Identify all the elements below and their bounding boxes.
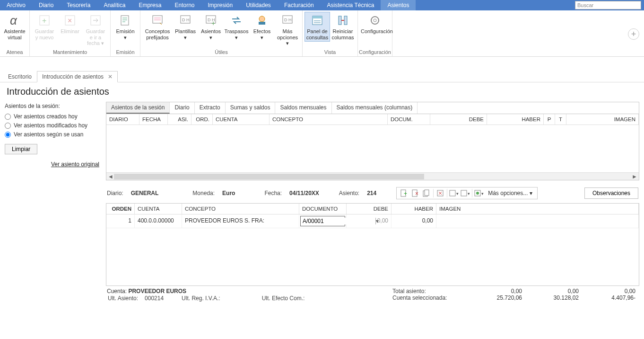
consult-tab-diario[interactable]: Diario <box>170 102 194 114</box>
col-docum[interactable]: DOCUM. <box>388 114 430 125</box>
ribbon-efectos[interactable]: Efectos▾ <box>249 12 275 42</box>
tb-new-icon[interactable]: + <box>399 188 409 198</box>
search-input[interactable]: Buscar <box>575 1 641 9</box>
menu-entorno[interactable]: Entorno <box>168 0 201 10</box>
consult-tab-saldos-col[interactable]: Saldos mensuales (columnas) <box>332 102 418 114</box>
consult-tab-sesion[interactable]: Asientos de la sesión <box>106 102 170 114</box>
svg-text:▾: ▾ <box>468 191 470 196</box>
consult-tab-extracto[interactable]: Extracto <box>195 102 226 114</box>
diario-value: GENERAL <box>131 190 159 196</box>
col-cuenta[interactable]: CUENTA <box>213 114 270 125</box>
add-tab-button[interactable]: + <box>628 28 639 40</box>
ribbon-emision[interactable]: Emisión▾ <box>113 12 138 42</box>
ecol-documento[interactable]: DOCUMENTO <box>299 204 347 214</box>
chevron-down-icon: ▾ <box>209 35 212 40</box>
menu-asientos[interactable]: Asientos <box>381 0 416 10</box>
col-ord[interactable]: ORD. <box>191 114 213 125</box>
ult-asiento-label: Ult. Asiento: <box>108 295 138 302</box>
chevron-down-icon: ▾ <box>101 40 104 46</box>
horizontal-scrollbar[interactable]: ◄ ► <box>106 172 639 180</box>
ver-asiento-original-link[interactable]: Ver asiento original <box>5 161 99 168</box>
col-p[interactable]: P <box>544 114 555 125</box>
radio-creados-hoy[interactable]: Ver asientos creados hoy <box>5 113 99 120</box>
col-concepto[interactable]: CONCEPTO <box>270 114 388 125</box>
ecol-orden[interactable]: ORDEN <box>106 204 135 214</box>
ribbon: α Asistente virtual Atenea + Guardar y n… <box>0 10 644 57</box>
tb-dd1-icon[interactable]: ▾ <box>449 188 459 198</box>
ws-tab-escritorio[interactable]: Escritorio <box>3 71 37 82</box>
tb-dd3-icon[interactable]: ▾ <box>474 188 484 198</box>
cell-imagen[interactable] <box>436 214 639 228</box>
menu-empresa[interactable]: Empresa <box>132 0 168 10</box>
menu-tesoreria[interactable]: Tesorería <box>60 0 97 10</box>
col-fecha[interactable]: FECHA <box>139 114 168 125</box>
ribbon-plantillas[interactable]: D H Plantillas▾ <box>173 12 198 42</box>
col-imagen[interactable]: IMAGEN <box>566 114 639 125</box>
ult-asiento-value: 000214 <box>145 295 164 302</box>
svg-text:D H: D H <box>182 18 190 22</box>
limpiar-button[interactable]: Limpiar <box>5 144 37 154</box>
scroll-right-icon[interactable]: ► <box>631 173 638 180</box>
menu-archivo[interactable]: Archivo <box>0 0 32 10</box>
status-footer: Cuenta: PROVEEDOR EUROS Total asiento: 0… <box>106 286 639 294</box>
chevron-down-icon: ▾ <box>261 35 263 40</box>
tb-remove-icon[interactable] <box>435 188 445 198</box>
entry-row[interactable]: 1 400.0.0.00000 PROVEEDOR EUROS S. FRA: … <box>106 214 639 228</box>
scroll-thumb[interactable] <box>114 174 424 179</box>
consult-tab-saldos-mens[interactable]: Saldos mensuales <box>275 102 331 114</box>
asientos-icon: D H+ <box>204 13 218 27</box>
col-debe[interactable]: DEBE <box>430 114 487 125</box>
col-haber[interactable]: HABER <box>487 114 544 125</box>
cell-cuenta[interactable]: 400.0.0.00000 <box>135 214 182 228</box>
cell-documento[interactable]: ▾ <box>299 214 347 228</box>
ribbon-group-config: Configuración <box>358 48 392 56</box>
scroll-left-icon[interactable]: ◄ <box>107 173 114 180</box>
tb-copy-icon[interactable] <box>421 188 432 198</box>
ecol-cuenta[interactable]: CUENTA <box>135 204 182 214</box>
gear-icon <box>368 13 382 27</box>
entry-meta-row: Diario: GENERAL Moneda: Euro Fecha: 04/1… <box>106 180 639 203</box>
radio-segun-usan[interactable]: Ver asientos según se usan <box>5 131 99 138</box>
observaciones-button[interactable]: Observaciones <box>584 187 638 199</box>
ecol-debe[interactable]: DEBE <box>347 204 392 214</box>
consult-tab-sumas[interactable]: Sumas y saldos <box>226 102 276 114</box>
menu-asistencia[interactable]: Asistencia Técnica <box>321 0 381 10</box>
ribbon-panel-consultas[interactable]: Panel de consultas <box>305 12 330 42</box>
ribbon-conceptos[interactable]: Conceptos prefijados <box>142 12 173 42</box>
col-t[interactable]: T <box>555 114 566 125</box>
ribbon-group-vista: Vista <box>303 48 357 56</box>
moneda-value: Euro <box>222 190 235 196</box>
col-diario[interactable]: DIARIO <box>106 114 139 125</box>
save-goto-icon <box>88 13 103 27</box>
ribbon-traspasos[interactable]: Traspasos▾ <box>224 12 249 42</box>
ribbon-mas-opciones[interactable]: D H Más opciones ▾ <box>275 12 300 48</box>
tb-mas-opciones[interactable]: Más opciones...▾ <box>485 190 535 196</box>
ribbon-asientos[interactable]: D H+ Asientos▾ <box>198 12 224 42</box>
radio-modificados-hoy[interactable]: Ver asientos modificados hoy <box>5 122 99 129</box>
cell-haber[interactable]: 0,00 <box>392 214 436 228</box>
menu-analitica[interactable]: Analítica <box>97 0 132 10</box>
ecol-imagen[interactable]: IMAGEN <box>436 204 639 214</box>
ribbon-configuracion[interactable]: Configuración <box>360 12 390 36</box>
svg-point-22 <box>374 19 376 22</box>
menu-utilidades[interactable]: Utilidades <box>239 0 278 10</box>
ws-tab-introduccion[interactable]: Introducción de asientos ✕ <box>37 71 118 82</box>
menu-impresion[interactable]: Impresión <box>201 0 239 10</box>
close-icon[interactable]: ✕ <box>108 73 113 80</box>
ecol-concepto[interactable]: CONCEPTO <box>182 204 299 214</box>
ribbon-guardar-fecha[interactable]: Guardar e ir a fecha ▾ <box>83 12 108 48</box>
menu-facturacion[interactable]: Facturación <box>278 0 321 10</box>
ribbon-guardar-nuevo[interactable]: + Guardar y nuevo <box>32 12 57 42</box>
tb-delete-icon[interactable]: × <box>410 188 420 198</box>
ecol-haber[interactable]: HABER <box>392 204 436 214</box>
footer-cuenta-label: Cuenta: <box>107 288 127 294</box>
cell-debe[interactable]: 0,00 <box>347 214 392 228</box>
tb-dd2-icon[interactable]: ▾ <box>460 188 470 198</box>
cell-concepto[interactable]: PROVEEDOR EUROS S. FRA: <box>182 214 299 228</box>
ribbon-asistente-virtual[interactable]: α Asistente virtual <box>2 12 27 42</box>
asiento-value: 214 <box>367 190 376 196</box>
ribbon-reiniciar-columnas[interactable]: Reiniciar columnas <box>330 12 356 42</box>
col-asi[interactable]: ASI. <box>168 114 191 125</box>
ribbon-eliminar[interactable]: × Eliminar <box>57 12 83 36</box>
menu-diario[interactable]: Diario <box>32 0 60 10</box>
